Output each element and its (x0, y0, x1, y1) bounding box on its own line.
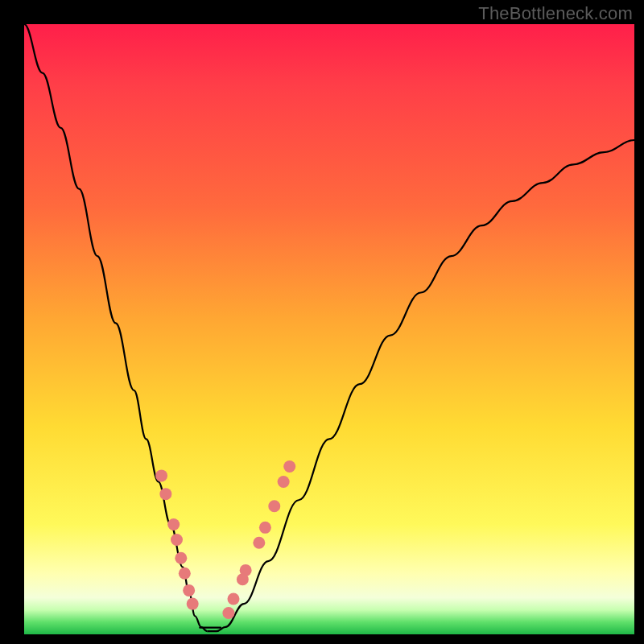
data-dot (227, 593, 239, 605)
data-dot (171, 534, 183, 546)
data-dot (175, 552, 187, 564)
chart-frame: TheBottleneck.com (0, 0, 644, 644)
data-dot (159, 488, 171, 500)
plot-area (24, 24, 634, 634)
data-dot (167, 518, 180, 530)
watermark-text: TheBottleneck.com (478, 3, 633, 24)
data-dot (155, 469, 167, 481)
bottleneck-curve-right (207, 140, 634, 631)
data-dot (253, 537, 265, 549)
dots-right-group (222, 460, 295, 619)
data-dot (187, 598, 199, 610)
data-dot (240, 564, 252, 576)
data-dot (179, 568, 191, 580)
data-dot (283, 460, 295, 473)
data-dot (183, 584, 195, 597)
data-dot (278, 476, 290, 488)
dots-left-group (155, 469, 199, 609)
data-dot (259, 522, 271, 534)
data-dot (222, 607, 234, 619)
data-dot (268, 500, 280, 512)
bottleneck-curve-svg (24, 24, 634, 634)
